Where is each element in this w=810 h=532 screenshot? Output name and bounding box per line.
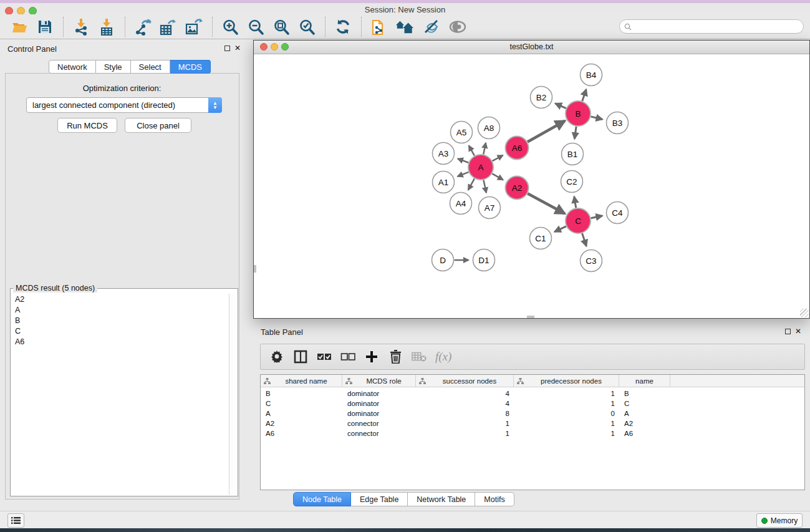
tab-motifs[interactable]: Motifs [475,492,514,506]
graph-node-B2[interactable]: B2 [531,87,552,109]
cell-name[interactable]: A6 [619,428,670,438]
save-session-icon[interactable] [36,17,54,36]
close-panel-icon[interactable]: ✕ [234,45,241,51]
show-graphics-icon[interactable] [448,17,467,36]
graph-edge-A6-B[interactable] [528,121,565,142]
cell-MCDS-role[interactable]: connector [342,418,416,428]
graph-node-C3[interactable]: C3 [581,250,602,272]
graph-edge-C-C1[interactable] [554,226,566,232]
table-row-A2[interactable]: A2connector11A2 [261,418,804,428]
search-input[interactable] [634,22,803,31]
graph-node-A5[interactable]: A5 [451,122,473,143]
unselect-all-columns-icon[interactable] [340,349,355,364]
cell-successor-nodes[interactable]: 1 [416,428,514,438]
graph-node-C2[interactable]: C2 [561,171,583,193]
export-network-icon[interactable] [133,17,152,36]
cell-shared-name[interactable]: C [261,399,342,409]
cell-successor-nodes[interactable]: 1 [416,418,514,428]
graph-edge-A-A2[interactable] [492,173,503,180]
mcds-result-item[interactable]: B [11,315,228,326]
close-table-panel-icon[interactable]: ✕ [795,328,801,334]
graph-edge-A-A6[interactable] [493,155,503,161]
graph-node-C4[interactable]: C4 [607,202,629,224]
cell-shared-name[interactable]: B [261,389,342,399]
cell-shared-name[interactable]: A6 [261,428,342,438]
column-header-predecessor-nodes[interactable]: predecessor nodes [514,375,619,387]
graph-node-C1[interactable]: C1 [530,228,552,249]
zoom-out-icon[interactable] [246,17,265,36]
column-header-shared-name[interactable]: shared name [261,375,342,387]
memory-button[interactable]: Memory [756,513,803,528]
graph-edge-C-C4[interactable] [591,216,602,218]
optimization-criterion-select[interactable]: largest connected component (directed) ▲… [26,97,222,113]
tab-mcds[interactable]: MCDS [170,60,211,74]
tab-network[interactable]: Network [49,60,96,74]
add-column-icon[interactable] [364,349,379,364]
task-history-button[interactable] [7,513,24,528]
network-canvas[interactable]: B4B2BB3B1A5A8A3A6AA1A2C2A4A7C4CC1C3DD1 [254,54,809,318]
graph-node-A1[interactable]: A1 [433,172,455,193]
graph-node-A2[interactable]: A2 [506,177,529,200]
cell-predecessor-nodes[interactable]: 1 [514,389,619,399]
cell-MCDS-role[interactable]: dominator [342,409,416,418]
cell-predecessor-nodes[interactable]: 0 [514,409,619,418]
graph-edge-A-A4[interactable] [468,178,475,190]
import-table-icon[interactable] [97,17,116,36]
graph-node-B[interactable]: B [566,101,591,126]
graph-edge-A-A5[interactable] [469,145,475,155]
graph-node-B4[interactable]: B4 [581,64,602,86]
refresh-icon[interactable] [334,17,352,36]
network-window-titlebar[interactable]: testGlobe.txt [254,41,809,54]
tab-network-table[interactable]: Network Table [408,492,475,506]
search-box[interactable] [619,19,804,34]
select-all-columns-icon[interactable] [317,349,332,364]
hide-graphics-icon[interactable] [423,17,441,36]
mcds-result-item[interactable]: C [11,326,228,336]
graph-node-A3[interactable]: A3 [433,143,455,165]
graph-edge-C-C3[interactable] [582,233,587,246]
network-hscroll-thumb[interactable] [527,316,534,318]
zoom-selected-icon[interactable] [297,17,316,36]
graph-edge-A-A1[interactable] [458,172,469,177]
network-vscroll-thumb[interactable] [254,265,256,273]
graph-node-A[interactable]: A [468,155,493,180]
graph-node-D1[interactable]: D1 [473,249,495,271]
close-panel-button[interactable]: Close panel [125,118,191,133]
cell-predecessor-nodes[interactable]: 1 [514,428,619,438]
home-icon[interactable] [395,17,414,36]
cell-MCDS-role[interactable]: connector [342,428,416,438]
graph-node-D[interactable]: D [432,249,454,271]
graph-edge-A-A8[interactable] [483,143,486,154]
graph-node-A4[interactable]: A4 [450,193,472,215]
import-network-icon[interactable] [72,17,90,36]
delete-column-icon[interactable] [388,349,403,364]
column-header-name[interactable]: name [619,375,670,387]
cell-MCDS-role[interactable]: dominator [342,389,416,399]
window-resize-grip[interactable] [800,309,809,317]
cell-name[interactable]: A2 [619,418,670,428]
graph-node-A8[interactable]: A8 [478,117,500,139]
columns-icon[interactable] [293,349,308,364]
graph-node-A7[interactable]: A7 [479,197,501,219]
graph-node-B3[interactable]: B3 [607,112,629,134]
mcds-list-scrollbar[interactable] [229,294,237,495]
float-table-panel-icon[interactable] [785,329,791,334]
cell-shared-name[interactable]: A2 [261,418,342,428]
graph-node-C[interactable]: C [566,208,591,233]
graph-edge-B-B2[interactable] [555,104,566,109]
zoom-fit-icon[interactable] [272,17,291,36]
mcds-result-item[interactable]: A6 [11,336,228,347]
cell-predecessor-nodes[interactable]: 1 [514,418,619,428]
tab-select[interactable]: Select [131,60,170,74]
table-row-A6[interactable]: A6connector11A6 [261,428,804,438]
cell-successor-nodes[interactable]: 8 [416,409,514,418]
mcds-result-item[interactable]: A2 [11,294,228,304]
graph-edge-A2-C[interactable] [528,193,565,213]
session-details-icon[interactable] [370,17,388,36]
tab-style[interactable]: Style [96,60,131,74]
graph-edge-B-B3[interactable] [591,117,602,119]
zoom-in-icon[interactable] [221,17,239,36]
cell-predecessor-nodes[interactable]: 1 [514,399,619,409]
tab-edge-table[interactable]: Edge Table [351,492,408,506]
cell-shared-name[interactable]: A [261,409,342,418]
